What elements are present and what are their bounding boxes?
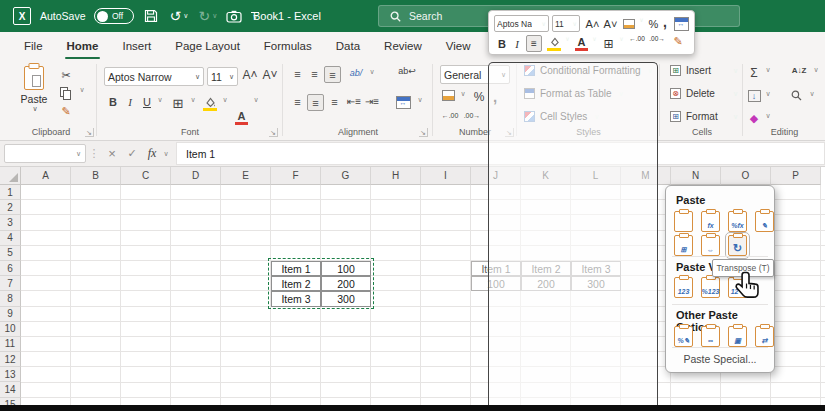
tab-review[interactable]: Review	[372, 32, 434, 60]
column-header-F[interactable]: F	[271, 167, 321, 185]
tab-page-layout[interactable]: Page Layout	[163, 32, 252, 60]
align-left-button[interactable]: ≡	[290, 96, 305, 108]
clear-button[interactable]: ◆	[746, 112, 762, 125]
cut-button[interactable]: ✂	[58, 68, 74, 82]
excel-logo-icon[interactable]: X	[13, 7, 31, 25]
font-size-combobox[interactable]: 11 ∨	[207, 67, 238, 86]
row-header-12[interactable]: 12	[0, 352, 21, 367]
insert-function-button[interactable]: fx	[144, 144, 160, 163]
mini-font-color-dropdown[interactable]: ∨	[589, 35, 598, 42]
copy-button[interactable]	[58, 86, 74, 100]
paste-option-paste-link[interactable]: ∞	[701, 326, 720, 347]
paste-option-linked-picture[interactable]: ⇄	[755, 326, 774, 347]
row-header-5[interactable]: 5	[0, 246, 21, 261]
mini-increase-decimal-button[interactable]: ←.00	[627, 35, 647, 42]
cells-item-delete[interactable]: ⊗Delete∨	[670, 88, 738, 99]
cell[interactable]: 100	[321, 261, 371, 276]
sort-filter-button[interactable]: A↓Z	[788, 66, 810, 75]
paste-option-formulas-number-formatting[interactable]: %fx	[728, 211, 747, 232]
row-header-8[interactable]: 8	[0, 291, 21, 306]
column-header-C[interactable]: C	[121, 167, 171, 185]
mini-borders-button[interactable]: ⊞	[601, 35, 616, 52]
decrease-indent-button[interactable]: ⇤≡	[346, 96, 362, 107]
merge-center-button[interactable]: ↔	[394, 94, 412, 110]
column-header-P[interactable]: P	[771, 167, 821, 185]
merge-center-dropdown[interactable]: ∨	[414, 96, 424, 104]
row-header-10[interactable]: 10	[0, 322, 21, 337]
cell[interactable]: 300	[321, 291, 371, 306]
row-header-6[interactable]: 6	[0, 261, 21, 276]
row-header-1[interactable]: 1	[0, 185, 21, 200]
mini-bold-button[interactable]: B	[495, 35, 509, 52]
underline-dropdown[interactable]: ∨	[154, 96, 164, 104]
paste-option-no-borders[interactable]: ⊞	[674, 235, 693, 256]
increase-indent-button[interactable]: ⇥≡	[364, 96, 380, 107]
align-top-button[interactable]: ≡	[290, 68, 305, 80]
mini-comma-button[interactable]: ,	[660, 13, 670, 30]
column-header-D[interactable]: D	[171, 167, 221, 185]
mini-fill-color-dropdown[interactable]: ∨	[562, 35, 571, 42]
paste-special-item[interactable]: Paste Special...	[666, 353, 774, 365]
shrink-font-button[interactable]: A˅	[261, 68, 279, 82]
accounting-dropdown[interactable]: ∨	[457, 90, 467, 98]
align-middle-button[interactable]: ≡	[307, 68, 322, 80]
mini-font-size-combobox[interactable]: 11 ∨	[552, 15, 580, 32]
font-dialog-launcher[interactable]: ↘	[269, 128, 278, 137]
mini-merge-button[interactable]: ↔	[672, 15, 690, 32]
row-header-4[interactable]: 4	[0, 231, 21, 246]
paste-option-picture[interactable]: ▣	[728, 326, 747, 347]
tab-home[interactable]: Home	[55, 32, 111, 60]
underline-button[interactable]: U	[140, 96, 154, 108]
row-header-13[interactable]: 13	[0, 367, 21, 382]
cell[interactable]: 200	[321, 276, 371, 291]
mini-accounting-button[interactable]	[621, 16, 636, 31]
paste-option-transpose[interactable]: ↻	[728, 235, 747, 256]
mini-fill-color-button[interactable]	[547, 35, 561, 49]
mini-shrink-font-button[interactable]: A˅	[602, 15, 619, 32]
paste-option-keep-source-formatting[interactable]: ✎	[755, 211, 774, 232]
row-header-3[interactable]: 3	[0, 215, 21, 230]
grow-font-button[interactable]: A˄	[241, 68, 259, 82]
autosum-dropdown[interactable]: ∨	[762, 66, 772, 74]
borders-button[interactable]: ⊞	[170, 96, 186, 111]
paste-option-values[interactable]: 123	[674, 277, 693, 298]
clear-dropdown[interactable]: ∨	[762, 112, 772, 120]
row-header-7[interactable]: 7	[0, 276, 21, 291]
clipboard-dialog-launcher[interactable]: ↘	[85, 128, 94, 137]
name-box[interactable]: ∨	[4, 144, 86, 163]
find-select-dropdown[interactable]: ∨	[806, 90, 816, 98]
cancel-entry-button[interactable]: ×	[104, 144, 120, 163]
select-all-button[interactable]	[0, 167, 21, 185]
save-button[interactable]	[142, 6, 160, 26]
paste-option-keep-source-column-widths[interactable]: ⇔	[701, 235, 720, 256]
screenshot-button[interactable]	[224, 6, 244, 26]
cells-item-format[interactable]: ⊞Format∨	[670, 111, 738, 122]
bold-button[interactable]: B	[106, 96, 120, 108]
font-color-dropdown[interactable]: ∨	[250, 96, 260, 104]
mini-format-painter-button[interactable]: ✎	[670, 35, 686, 48]
confirm-entry-button[interactable]: ✓	[124, 144, 140, 163]
insert-function-dropdown[interactable]: ∨	[161, 144, 171, 163]
row-header-15[interactable]: 15	[0, 398, 21, 405]
row-header-11[interactable]: 11	[0, 337, 21, 352]
cell[interactable]: Item 2	[271, 276, 321, 291]
cell[interactable]: Item 3	[271, 291, 321, 306]
font-color-button[interactable]: A	[235, 109, 248, 123]
fill-button[interactable]: ↓	[746, 90, 762, 102]
align-center-button[interactable]: ≡	[307, 94, 324, 111]
font-name-combobox[interactable]: Aptos Narrow ∨	[104, 67, 204, 86]
alignment-dialog-launcher[interactable]: ↘	[419, 128, 428, 137]
percent-style-button[interactable]: %	[472, 90, 486, 104]
copy-dropdown[interactable]: ∨	[76, 86, 86, 94]
mini-font-name-combobox[interactable]: Aptos Na ∨	[494, 15, 549, 32]
tab-insert[interactable]: Insert	[110, 32, 163, 60]
italic-button[interactable]: I	[124, 96, 136, 108]
align-bottom-button[interactable]: ≡	[324, 66, 341, 83]
cells-item-insert[interactable]: ⊞Insert∨	[670, 65, 738, 76]
tab-formulas[interactable]: Formulas	[252, 32, 324, 60]
fill-color-button[interactable]	[203, 95, 217, 109]
tab-file[interactable]: File	[12, 32, 55, 60]
align-right-button[interactable]: ≡	[327, 96, 342, 108]
paste-button[interactable]: Paste ∨	[14, 66, 54, 113]
wrap-text-button[interactable]: ab↩	[396, 66, 418, 76]
